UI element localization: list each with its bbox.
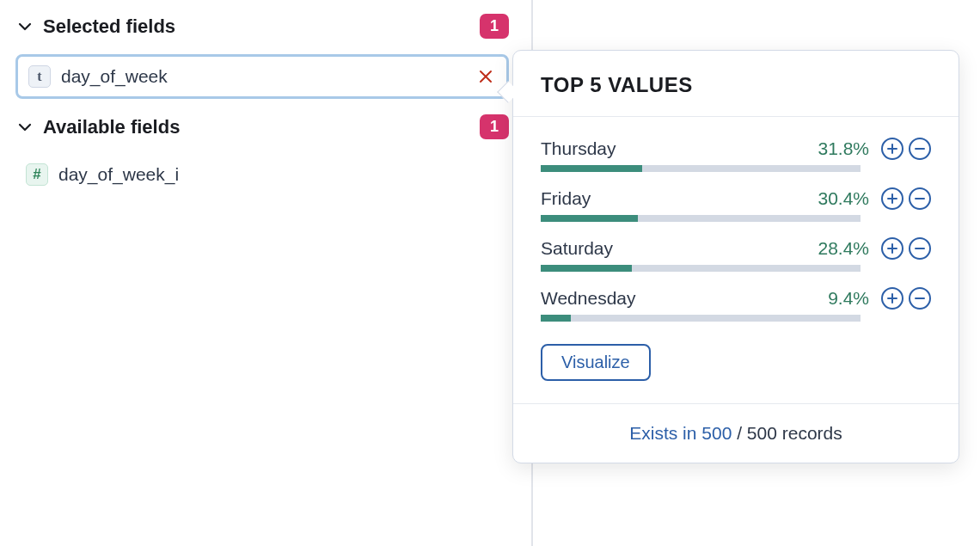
- filter-out-button[interactable]: [909, 237, 931, 260]
- value-row: Friday30.4%: [541, 187, 931, 222]
- exists-in-link[interactable]: Exists in 500: [629, 423, 732, 443]
- value-row: Saturday28.4%: [541, 237, 931, 272]
- filter-in-button[interactable]: [881, 237, 903, 260]
- value-bar-fill: [541, 315, 571, 322]
- value-bar-fill: [541, 265, 632, 272]
- field-item-available[interactable]: # day_of_week_i: [15, 155, 509, 194]
- value-bar: [541, 215, 861, 222]
- value-label: Friday: [541, 188, 818, 209]
- field-item-selected[interactable]: t day_of_week: [15, 54, 509, 99]
- records-text: / 500 records: [732, 423, 842, 443]
- value-percent: 28.4%: [818, 238, 869, 259]
- value-label: Saturday: [541, 238, 818, 259]
- filter-out-button[interactable]: [909, 138, 931, 160]
- minus-icon: [914, 143, 926, 155]
- value-label: Wednesday: [541, 288, 828, 309]
- value-row: Thursday31.8%: [541, 138, 931, 172]
- value-bar: [541, 165, 861, 172]
- minus-icon: [914, 193, 926, 205]
- plus-icon: [886, 143, 898, 155]
- available-fields-title: Available fields: [43, 116, 480, 138]
- filter-out-button[interactable]: [909, 287, 931, 310]
- close-icon: [477, 68, 494, 85]
- visualize-button[interactable]: Visualize: [541, 344, 651, 381]
- plus-icon: [886, 193, 898, 205]
- available-fields-header[interactable]: Available fields 1: [0, 109, 524, 144]
- plus-icon: [886, 242, 898, 255]
- value-bar: [541, 315, 861, 322]
- available-fields-count-badge: 1: [480, 114, 509, 139]
- filter-in-button[interactable]: [881, 138, 903, 160]
- number-type-icon: #: [26, 163, 48, 186]
- value-percent: 9.4%: [828, 288, 869, 309]
- value-percent: 31.8%: [818, 138, 869, 159]
- field-name-label: day_of_week: [61, 66, 475, 87]
- selected-fields-header[interactable]: Selected fields 1: [0, 9, 524, 44]
- popover-body: Thursday31.8%Friday30.4%Saturday28.4%Wed…: [513, 117, 959, 403]
- value-bar-fill: [541, 215, 638, 222]
- selected-fields-title: Selected fields: [43, 15, 480, 38]
- text-type-icon: t: [28, 65, 51, 88]
- popover-header: TOP 5 VALUES: [513, 51, 959, 117]
- filter-out-button[interactable]: [909, 187, 931, 210]
- filter-in-button[interactable]: [881, 187, 903, 210]
- field-name-label: day_of_week_i: [58, 164, 499, 185]
- fields-sidebar: Selected fields 1 t day_of_week Availabl…: [0, 0, 524, 194]
- value-row: Wednesday9.4%: [541, 287, 931, 322]
- value-percent: 30.4%: [818, 188, 869, 209]
- value-label: Thursday: [541, 138, 818, 159]
- chevron-down-icon: [15, 120, 34, 134]
- selected-fields-count-badge: 1: [480, 14, 509, 39]
- value-bar: [541, 265, 861, 272]
- popover-footer: Exists in 500 / 500 records: [513, 403, 959, 463]
- remove-field-button[interactable]: [475, 66, 496, 87]
- minus-icon: [914, 242, 926, 255]
- plus-icon: [886, 292, 898, 304]
- filter-in-button[interactable]: [881, 287, 903, 310]
- chevron-down-icon: [15, 20, 34, 34]
- field-stats-popover: TOP 5 VALUES Thursday31.8%Friday30.4%Sat…: [512, 50, 959, 463]
- minus-icon: [914, 292, 926, 304]
- value-bar-fill: [541, 165, 642, 172]
- popover-title: TOP 5 VALUES: [541, 73, 931, 97]
